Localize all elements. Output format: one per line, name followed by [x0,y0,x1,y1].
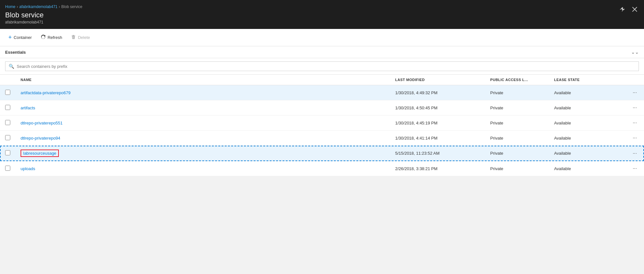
table-container: NAME LAST MODIFIED PUBLIC ACCESS L... LE… [0,75,644,176]
svg-rect-2 [73,35,75,35]
close-button[interactable] [631,5,639,15]
breadcrumb: Home › afabrikamdemolab471 › Blob servic… [5,5,639,9]
essentials-collapse-icon[interactable]: ⌄⌄ [631,50,639,55]
plus-icon: + [8,34,12,41]
name-cell: artifacts [15,100,390,115]
refresh-icon [41,35,46,41]
last-modified-cell: 1/30/2018, 4:50:45 PM [390,100,485,115]
lease-state-cell: Available [549,85,612,100]
col-checkbox-header [0,75,15,85]
lease-state-cell: Available [549,146,612,161]
actions-cell: ··· [612,146,644,161]
lease-state-cell: Available [549,100,612,115]
name-cell: dtlrepo-privaterepo551 [15,115,390,131]
actions-cell: ··· [612,100,644,115]
table-header-row: NAME LAST MODIFIED PUBLIC ACCESS L... LE… [0,75,644,85]
col-access-header: PUBLIC ACCESS L... [485,75,549,85]
row-checkbox[interactable] [5,135,10,140]
name-cell: dtlrepo-privaterepo94 [15,131,390,146]
col-modified-header: LAST MODIFIED [390,75,485,85]
pin-button[interactable] [618,5,627,15]
header-actions [618,5,639,15]
search-input-wrap: 🔍 [5,61,639,71]
col-lease-header: LEASE STATE [549,75,612,85]
page-title: Blob service [5,11,639,19]
public-access-cell: Private [485,146,549,161]
last-modified-cell: 2/26/2018, 3:38:21 PM [390,161,485,176]
container-name-link[interactable]: labresourceusage [23,151,56,156]
table-row: artifacts1/30/2018, 4:50:45 PMPrivateAva… [0,100,644,115]
public-access-cell: Private [485,85,549,100]
delete-button[interactable]: Delete [68,33,93,42]
table-row: dtlrepo-privaterepo5511/30/2018, 4:45:19… [0,115,644,131]
last-modified-cell: 1/30/2018, 4:49:32 PM [390,85,485,100]
public-access-cell: Private [485,161,549,176]
essentials-bar: Essentials ⌄⌄ [0,46,644,58]
actions-cell: ··· [612,161,644,176]
public-access-cell: Private [485,115,549,131]
container-name-link[interactable]: dtlrepo-privaterepo551 [21,121,63,125]
table-row: dtlrepo-privaterepo941/30/2018, 4:41:14 … [0,131,644,146]
refresh-button[interactable]: Refresh [38,33,66,42]
page-subtitle: afabrikamdemolab471 [5,20,639,24]
search-input[interactable] [17,64,635,69]
more-options-button[interactable]: ··· [631,119,639,126]
name-cell: labresourceusage [15,146,390,161]
actions-cell: ··· [612,85,644,100]
breadcrumb-account[interactable]: afabrikamdemolab471 [19,5,58,9]
containers-table: NAME LAST MODIFIED PUBLIC ACCESS L... LE… [0,75,644,176]
container-name-link[interactable]: dtlrepo-privaterepo94 [21,136,60,141]
breadcrumb-current: Blob service [61,5,82,9]
lease-state-cell: Available [549,115,612,131]
more-options-button[interactable]: ··· [631,104,639,111]
col-name-header: NAME [15,75,390,85]
toolbar: + Container Refresh Delete [0,29,644,46]
delete-icon [71,35,76,41]
svg-rect-3 [72,35,75,36]
row-checkbox[interactable] [5,166,10,171]
lease-state-cell: Available [549,161,612,176]
name-cell: artifactdata-privaterepo679 [15,85,390,100]
last-modified-cell: 1/30/2018, 4:45:19 PM [390,115,485,131]
add-container-button[interactable]: + Container [5,32,35,43]
lease-state-cell: Available [549,131,612,146]
public-access-cell: Private [485,100,549,115]
more-options-button[interactable]: ··· [631,89,639,96]
row-checkbox[interactable] [5,105,10,110]
container-name-link[interactable]: uploads [21,166,35,171]
public-access-cell: Private [485,131,549,146]
table-row: labresourceusage5/15/2018, 11:23:52 AMPr… [0,146,644,161]
more-options-button[interactable]: ··· [631,134,639,142]
actions-cell: ··· [612,115,644,131]
container-name-link[interactable]: artifactdata-privaterepo679 [21,90,70,95]
actions-cell: ··· [612,131,644,146]
table-row: artifactdata-privaterepo6791/30/2018, 4:… [0,85,644,100]
name-cell: uploads [15,161,390,176]
more-options-button[interactable]: ··· [631,165,639,172]
more-options-button[interactable]: ··· [631,150,639,157]
col-actions-header [612,75,644,85]
container-name-link[interactable]: artifacts [21,105,35,110]
table-row: uploads2/26/2018, 3:38:21 PMPrivateAvail… [0,161,644,176]
breadcrumb-home[interactable]: Home [5,5,15,9]
last-modified-cell: 5/15/2018, 11:23:52 AM [390,146,485,161]
row-checkbox[interactable] [5,90,10,95]
search-icon: 🔍 [9,64,14,69]
last-modified-cell: 1/30/2018, 4:41:14 PM [390,131,485,146]
header: Home › afabrikamdemolab471 › Blob servic… [0,0,644,29]
search-bar: 🔍 [0,58,644,75]
row-checkbox[interactable] [5,150,10,155]
essentials-label: Essentials [5,50,26,55]
row-checkbox[interactable] [5,120,10,125]
